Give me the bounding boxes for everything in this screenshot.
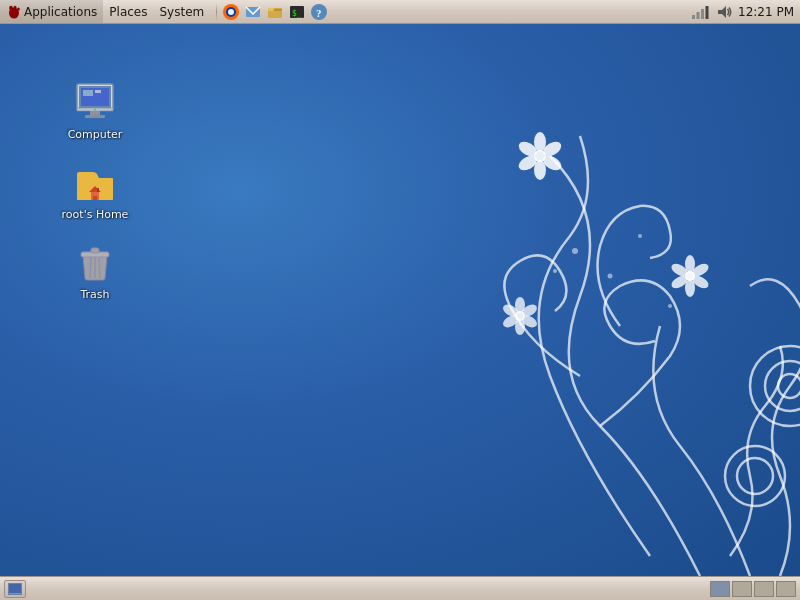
svg-point-30 [534,150,546,162]
help-icon: ? [310,3,328,21]
workspace-1[interactable] [710,581,730,597]
workspace-3[interactable] [754,581,774,597]
svg-rect-63 [97,188,99,192]
show-desktop-button[interactable] [4,580,26,598]
bottom-right [706,581,800,597]
trash-label: Trash [80,288,109,302]
svg-point-46 [638,234,642,238]
desktop: Computer root's [0,24,800,576]
svg-line-68 [99,258,100,278]
svg-rect-16 [701,9,704,19]
places-menu[interactable]: Places [103,0,153,23]
browser-launcher[interactable] [221,2,241,22]
svg-rect-56 [85,115,105,118]
workspace-2[interactable] [732,581,752,597]
svg-point-3 [17,7,20,10]
computer-label: Computer [68,128,123,142]
bottom-panel [0,576,800,600]
gnome-foot-icon [6,4,22,20]
filemanager-launcher[interactable] [265,2,285,22]
panel-menu-bar: Applications Places System [0,0,210,23]
network-status-icon[interactable] [690,2,710,22]
filemanager-icon [266,3,284,21]
svg-point-45 [572,248,578,254]
email-icon [244,3,262,21]
svg-rect-54 [95,90,101,93]
svg-rect-15 [697,12,700,19]
svg-point-48 [553,269,557,273]
svg-rect-62 [93,196,97,200]
svg-point-23 [737,458,773,494]
system-menu[interactable]: System [153,0,210,23]
computer-icon-image [71,78,119,126]
svg-point-37 [685,271,695,281]
applications-label: Applications [24,5,97,19]
top-panel: Applications Places System [0,0,800,24]
panel-launchers: $_ ? [210,2,333,22]
trash-icon-image [71,238,119,286]
terminal-icon: $_ [288,3,306,21]
home-svg [71,158,119,206]
workspace-switcher [710,581,796,597]
trash-svg [71,238,119,286]
home-label: root's Home [62,208,129,222]
desktop-decoration [300,76,800,576]
svg-rect-53 [83,90,93,96]
home-icon-image [71,158,119,206]
svg-point-49 [668,304,672,308]
clock[interactable]: 12:21 PM [738,5,794,19]
svg-rect-14 [692,15,695,19]
panel-right: 12:21 PM [684,0,800,23]
network-icon [691,3,709,21]
svg-rect-17 [706,6,709,19]
computer-icon[interactable]: Computer [55,74,135,146]
show-desktop-icon [8,583,22,595]
svg-point-1 [9,5,13,9]
trash-icon[interactable]: Trash [55,234,135,306]
help-launcher[interactable]: ? [309,2,329,22]
svg-point-2 [14,5,17,9]
bottom-left [0,580,30,598]
svg-text:$_: $_ [292,9,302,18]
terminal-launcher[interactable]: $_ [287,2,307,22]
speaker-icon [715,3,733,21]
workspace-4[interactable] [776,581,796,597]
home-icon[interactable]: root's Home [55,154,135,226]
system-label: System [159,5,204,19]
separator-1 [216,3,217,21]
browser-icon [222,3,240,21]
svg-point-44 [515,311,525,321]
email-launcher[interactable] [243,2,263,22]
svg-rect-65 [91,248,99,253]
svg-line-66 [90,258,91,278]
svg-text:?: ? [316,7,322,19]
applications-menu[interactable]: Applications [0,0,103,23]
computer-svg [71,78,119,126]
clock-time: 12:21 PM [738,5,794,19]
svg-marker-18 [718,6,726,18]
svg-rect-70 [9,584,21,593]
svg-point-58 [94,109,96,111]
svg-point-6 [228,9,234,15]
places-label: Places [109,5,147,19]
svg-point-47 [608,274,613,279]
volume-icon[interactable] [714,2,734,22]
svg-point-22 [725,446,785,506]
svg-rect-9 [268,8,274,11]
